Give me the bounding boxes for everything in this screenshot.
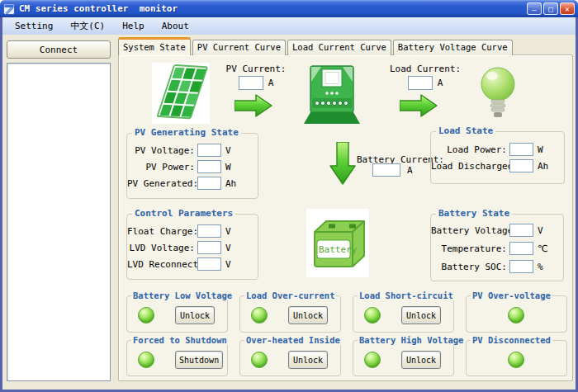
solar-panel-icon	[152, 63, 210, 124]
controller-icon	[304, 64, 360, 124]
field-unit: V	[225, 243, 231, 253]
tab-system-state[interactable]: System State	[118, 37, 191, 55]
float-charge-input[interactable]	[197, 224, 221, 238]
lvd-reconnect-input[interactable]	[197, 257, 221, 271]
menu-about[interactable]: About	[158, 19, 193, 33]
field-unit: V	[538, 225, 543, 236]
alarm-battery-low-voltage: Battery Low Voltage Unlock	[126, 295, 228, 333]
status-led-icon	[364, 352, 381, 368]
alarm-title: PV Disconnected	[471, 335, 552, 345]
close-icon[interactable]: ✕	[560, 2, 575, 15]
status-led-icon	[138, 307, 154, 324]
field-label: LVD Voltage:	[127, 243, 195, 253]
pv-current-cluster: PV Current: A	[218, 64, 294, 90]
titlebar: CM series controller monitor ─ □ ✕	[0, 0, 578, 17]
battery-current-input[interactable]	[372, 163, 400, 177]
status-led-icon	[508, 307, 524, 324]
tabstrip: System State PV Current Curve Load Curre…	[118, 37, 514, 55]
battery-current-unit: A	[407, 165, 413, 176]
status-led-icon	[508, 352, 524, 368]
field-unit: V	[225, 145, 231, 156]
field-label: PV Generated:	[127, 178, 195, 189]
alarm-load-over-current: Load Over-current Unlock	[239, 295, 341, 333]
alarm-battery-high-voltage: Battery High Voltage Unlock	[353, 340, 454, 376]
window-title: CM series controller monitor	[19, 3, 178, 14]
field-label: Battery Voltage:	[431, 225, 507, 236]
pv-current-input[interactable]	[239, 76, 263, 90]
app-icon	[3, 3, 15, 15]
alarm-load-short-circuit: Load Short-circuit Unlock	[353, 295, 454, 333]
alarm-title: Load Over-current	[244, 290, 336, 300]
field-label: Temperature:	[431, 243, 507, 254]
connect-button[interactable]: Connect	[7, 40, 111, 59]
status-led-icon	[364, 307, 381, 324]
device-listbox[interactable]	[7, 63, 111, 381]
menu-help[interactable]: Help	[118, 19, 149, 33]
maximize-icon[interactable]: □	[543, 2, 558, 15]
load-discharged-input[interactable]	[509, 159, 533, 172]
unlock-button[interactable]: Unlock	[401, 351, 441, 369]
pv-power-input[interactable]	[197, 160, 221, 173]
tab-battery-voltage-curve[interactable]: Battery Voltage Curve	[393, 40, 513, 55]
status-led-icon	[251, 307, 268, 324]
flow-arrow-right-icon	[235, 94, 272, 120]
load-current-unit: A	[438, 78, 443, 88]
alarm-title: Over-heated Inside	[244, 335, 342, 345]
battery-soc-input[interactable]	[509, 260, 533, 273]
status-led-icon	[251, 352, 268, 368]
pv-generated-input[interactable]	[197, 177, 221, 190]
window-controls: ─ □ ✕	[527, 2, 575, 15]
unlock-button[interactable]: Unlock	[175, 306, 215, 324]
pv-voltage-input[interactable]	[197, 144, 221, 157]
tab-load-current-curve[interactable]: Load Current Curve	[287, 40, 391, 55]
field-unit: W	[225, 162, 231, 172]
menu-setting[interactable]: Setting	[11, 19, 57, 33]
battery-state-group: Battery State Battery Voltage: V Tempera…	[430, 214, 564, 281]
battery-icon-label: Battery	[319, 244, 358, 255]
group-title: Load State	[436, 125, 495, 136]
minimize-icon[interactable]: ─	[527, 2, 542, 15]
alarm-title: Battery Low Voltage	[131, 290, 234, 300]
load-current-input[interactable]	[408, 76, 433, 90]
field-unit: V	[225, 226, 231, 237]
alarm-pv-over-voltage: PV Over-voltage	[466, 295, 567, 333]
field-label: PV Power:	[127, 162, 195, 172]
flow-arrow-down-icon	[329, 142, 356, 187]
load-state-group: Load State Load Power: W Load Discharged…	[430, 131, 565, 184]
control-parameters-group: Control Parameters Float Charge: V LVD V…	[126, 214, 258, 280]
unlock-button[interactable]: Unlock	[288, 306, 328, 324]
alarm-pv-disconnected: PV Disconnected	[466, 340, 567, 376]
shutdown-button[interactable]: Shutdown	[175, 351, 223, 369]
unlock-button[interactable]: Unlock	[401, 306, 441, 324]
field-label: PV Voltage:	[127, 145, 195, 156]
group-title: Battery State	[436, 208, 512, 219]
unlock-button[interactable]: Unlock	[288, 351, 328, 369]
bulb-icon	[479, 65, 517, 120]
group-title: Control Parameters	[132, 208, 235, 219]
lvd-voltage-input[interactable]	[197, 241, 221, 254]
pv-generating-state-group: PV Generating State PV Voltage: V PV Pow…	[126, 133, 258, 199]
alarm-over-heated-inside: Over-heated Inside Unlock	[239, 340, 341, 376]
field-label: Load Power:	[431, 144, 507, 155]
alarm-title: Battery High Voltage	[358, 335, 465, 345]
temperature-input[interactable]	[509, 242, 533, 255]
battery-voltage-input[interactable]	[509, 224, 533, 237]
load-current-label: Load Current:	[387, 64, 463, 74]
field-label: Battery SOC:	[431, 262, 507, 272]
field-label: Float Charge:	[127, 226, 195, 237]
pv-current-unit: A	[268, 78, 274, 88]
field-unit: Ah	[538, 161, 548, 172]
field-unit: ℃	[538, 243, 547, 254]
system-state-panel: PV Current: A Load Current: A Battery Cu…	[118, 54, 573, 381]
group-title: PV Generating State	[132, 127, 241, 138]
status-led-icon	[138, 352, 154, 368]
field-unit: V	[225, 259, 231, 270]
field-unit: %	[538, 262, 543, 272]
alarm-title: PV Over-voltage	[471, 290, 552, 300]
app-window: CM series controller monitor ─ □ ✕ Setti…	[0, 0, 578, 392]
tab-pv-current-curve[interactable]: PV Current Curve	[192, 40, 286, 55]
load-current-cluster: Load Current: A	[387, 64, 463, 90]
load-power-input[interactable]	[509, 143, 533, 156]
field-unit: Ah	[225, 178, 236, 189]
menu-language[interactable]: 中文(C)	[66, 18, 109, 34]
